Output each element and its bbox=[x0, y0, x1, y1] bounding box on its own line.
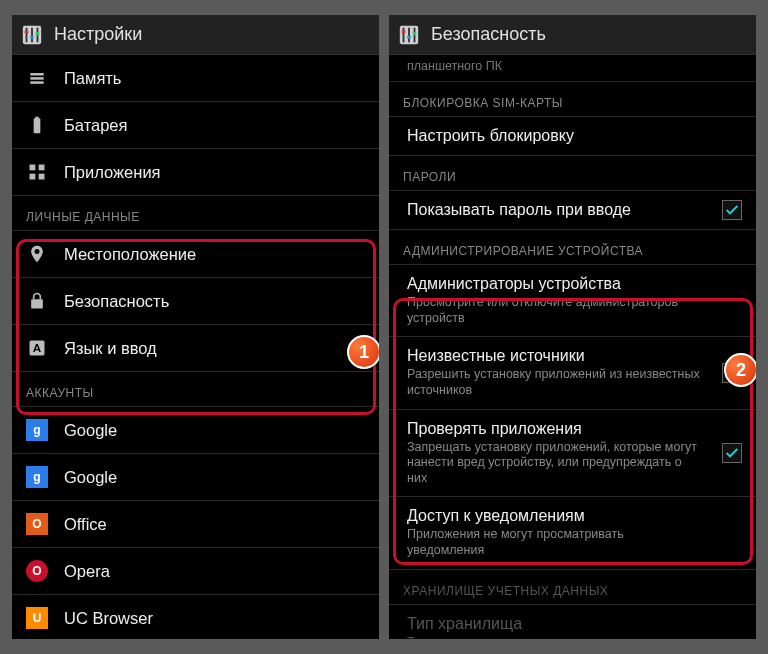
row-device-admins[interactable]: Администраторы устройства Просмотрите ил… bbox=[389, 265, 756, 337]
security-screen: Безопасность планшетного ПК БЛОКИРОВКА S… bbox=[389, 15, 756, 639]
svg-text:A: A bbox=[33, 341, 42, 354]
row-subtitle: Приложения не могут просматривать уведом… bbox=[407, 527, 738, 558]
battery-icon bbox=[26, 114, 48, 136]
svg-rect-6 bbox=[36, 32, 40, 35]
svg-rect-10 bbox=[34, 118, 41, 133]
opera-icon: O bbox=[26, 560, 48, 582]
row-account-office[interactable]: O Office bbox=[12, 501, 379, 548]
row-subtitle: Только программное bbox=[407, 635, 738, 639]
section-device-admin: АДМИНИСТРИРОВАНИЕ УСТРОЙСТВА bbox=[389, 230, 756, 265]
checkbox-checked[interactable] bbox=[722, 443, 742, 463]
badge-1: 1 bbox=[347, 335, 379, 369]
row-location[interactable]: Местоположение bbox=[12, 231, 379, 278]
language-icon: A bbox=[26, 337, 48, 359]
svg-rect-13 bbox=[39, 165, 45, 171]
row-memory[interactable]: Память bbox=[12, 55, 379, 102]
row-account-google[interactable]: g Google bbox=[12, 407, 379, 454]
memory-icon bbox=[26, 67, 48, 89]
svg-rect-8 bbox=[30, 77, 43, 80]
office-icon: O bbox=[26, 513, 48, 535]
row-label: Показывать пароль при вводе bbox=[407, 201, 738, 219]
row-battery[interactable]: Батарея bbox=[12, 102, 379, 149]
titlebar: Безопасность bbox=[389, 15, 756, 55]
section-personal-data: ЛИЧНЫЕ ДАННЫЕ bbox=[12, 196, 379, 231]
svg-rect-1 bbox=[26, 27, 28, 42]
settings-screen: Настройки Память Батарея Приложения ЛИЧН… bbox=[12, 15, 379, 639]
svg-rect-7 bbox=[30, 73, 43, 76]
row-subtitle: Просмотрите или отключите администраторо… bbox=[407, 295, 738, 326]
section-sim-lock: БЛОКИРОВКА SIM-КАРТЫ bbox=[389, 82, 756, 117]
section-accounts: АККАУНТЫ bbox=[12, 372, 379, 407]
row-label: Office bbox=[64, 515, 365, 534]
row-security[interactable]: Безопасность bbox=[12, 278, 379, 325]
svg-rect-24 bbox=[407, 35, 411, 38]
row-language[interactable]: A Язык и ввод bbox=[12, 325, 379, 372]
location-icon bbox=[26, 243, 48, 265]
svg-rect-9 bbox=[30, 81, 43, 84]
google-icon: g bbox=[26, 419, 48, 441]
row-label: Язык и ввод bbox=[64, 339, 365, 358]
svg-rect-16 bbox=[31, 299, 43, 308]
row-subtitle: Разрешить установку приложений из неизве… bbox=[407, 367, 738, 398]
row-label: Администраторы устройства bbox=[407, 275, 738, 293]
svg-rect-11 bbox=[35, 117, 38, 120]
row-account-ucbrowser[interactable]: U UC Browser bbox=[12, 595, 379, 639]
row-show-password[interactable]: Показывать пароль при вводе bbox=[389, 191, 756, 230]
svg-rect-14 bbox=[30, 174, 36, 180]
security-list: планшетного ПК БЛОКИРОВКА SIM-КАРТЫ Наст… bbox=[389, 55, 756, 639]
svg-rect-12 bbox=[30, 165, 36, 171]
row-label: Google bbox=[64, 468, 365, 487]
row-label: UC Browser bbox=[64, 609, 365, 628]
section-credential-storage: ХРАНИЛИЩЕ УЧЕТНЫХ ДАННЫХ bbox=[389, 570, 756, 605]
section-passwords: ПАРОЛИ bbox=[389, 156, 756, 191]
partial-row: планшетного ПК bbox=[389, 55, 756, 82]
svg-rect-20 bbox=[403, 27, 405, 42]
row-label: Батарея bbox=[64, 116, 365, 135]
row-storage-type: Тип хранилища Только программное bbox=[389, 605, 756, 639]
page-title: Безопасность bbox=[431, 24, 546, 45]
row-label: Google bbox=[64, 421, 365, 440]
row-label: Приложения bbox=[64, 163, 365, 182]
svg-rect-2 bbox=[31, 27, 33, 42]
svg-rect-23 bbox=[402, 30, 406, 33]
badge-2: 2 bbox=[724, 353, 756, 387]
svg-rect-4 bbox=[25, 30, 29, 33]
ucbrowser-icon: U bbox=[26, 607, 48, 629]
row-label: Тип хранилища bbox=[407, 615, 738, 633]
row-apps[interactable]: Приложения bbox=[12, 149, 379, 196]
row-notification-access[interactable]: Доступ к уведомлениям Приложения не могу… bbox=[389, 497, 756, 569]
row-label: Память bbox=[64, 69, 365, 88]
page-title: Настройки bbox=[54, 24, 142, 45]
row-account-google[interactable]: g Google bbox=[12, 454, 379, 501]
row-label: Доступ к уведомлениям bbox=[407, 507, 738, 525]
row-label: Настроить блокировку bbox=[407, 127, 738, 145]
settings-icon bbox=[20, 23, 44, 47]
lock-icon bbox=[26, 290, 48, 312]
google-icon: g bbox=[26, 466, 48, 488]
row-verify-apps[interactable]: Проверять приложения Запрещать установку… bbox=[389, 410, 756, 498]
row-label: Opera bbox=[64, 562, 365, 581]
row-subtitle: Запрещать установку приложений, которые … bbox=[407, 440, 738, 487]
titlebar: Настройки bbox=[12, 15, 379, 55]
svg-rect-5 bbox=[30, 35, 34, 38]
row-label: Местоположение bbox=[64, 245, 365, 264]
apps-icon bbox=[26, 161, 48, 183]
svg-rect-15 bbox=[39, 174, 45, 180]
row-label: Безопасность bbox=[64, 292, 365, 311]
row-unknown-sources[interactable]: Неизвестные источники Разрешить установк… bbox=[389, 337, 756, 409]
checkbox-checked[interactable] bbox=[722, 200, 742, 220]
svg-rect-25 bbox=[413, 32, 417, 35]
settings-list: Память Батарея Приложения ЛИЧНЫЕ ДАННЫЕ … bbox=[12, 55, 379, 639]
row-label: Проверять приложения bbox=[407, 420, 738, 438]
row-account-opera[interactable]: O Opera bbox=[12, 548, 379, 595]
svg-rect-21 bbox=[408, 27, 410, 42]
row-label: Неизвестные источники bbox=[407, 347, 738, 365]
row-sim-lock-setup[interactable]: Настроить блокировку bbox=[389, 117, 756, 156]
settings-icon bbox=[397, 23, 421, 47]
